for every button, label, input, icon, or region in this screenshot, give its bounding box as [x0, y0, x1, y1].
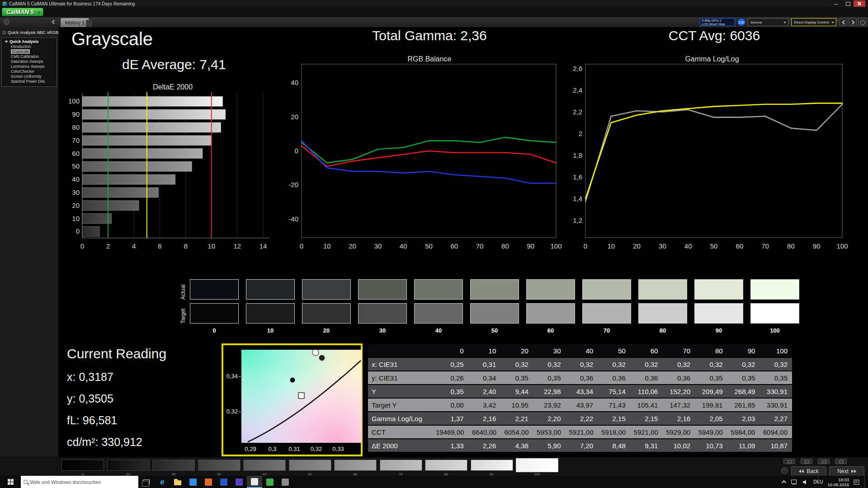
back-button[interactable]: Back	[791, 466, 826, 476]
tab-history-1[interactable]: History 1	[61, 18, 89, 27]
x-tick-label: 100	[550, 242, 561, 250]
level-swatch-60[interactable]	[334, 460, 377, 471]
calman-app-icon[interactable]	[247, 476, 262, 488]
level-swatch-30[interactable]	[198, 460, 241, 471]
menu-button[interactable]	[4, 19, 9, 25]
swatch-level-label: 100	[750, 327, 799, 334]
tab-stub[interactable]	[86, 20, 92, 27]
cie-x-tick: 0,31	[288, 446, 300, 452]
taskbar-clock[interactable]: 18:03 10.06.2016	[827, 477, 849, 487]
table-value: 2,15	[630, 415, 663, 422]
y-tick-label: 1,6	[573, 173, 582, 181]
swatch-column-60: 60	[526, 276, 575, 339]
sidebar-item-screen-uniformity[interactable]: Screen Uniformity	[3, 74, 57, 79]
edge-browser-icon[interactable]: e	[155, 476, 170, 488]
y-tick-label: -20	[288, 181, 298, 188]
table-value: 261,85	[727, 401, 760, 409]
capture-tool-icon[interactable]	[278, 476, 293, 488]
task-view-button[interactable]	[138, 476, 155, 488]
level-swatch-80[interactable]	[425, 460, 467, 471]
window-titlebar: CalMAN 5 CalMAN Ultimate for Business 17…	[0, 0, 868, 7]
actual-swatch-30	[358, 279, 407, 300]
target-swatch-50	[470, 303, 519, 324]
strip-tool-button-1[interactable]	[783, 459, 795, 464]
x-tick-label: 2	[106, 242, 110, 250]
strip-tool-button-4[interactable]	[835, 459, 847, 464]
tray-expand-icon[interactable]	[782, 480, 786, 485]
sidebar-item-grayscale[interactable]: Grayscale	[3, 49, 57, 54]
swatch-level-label: 20	[302, 327, 351, 334]
table-value: 43,34	[566, 388, 598, 395]
sidebar-item-cms-calibration[interactable]: CMS Calibration	[3, 54, 57, 59]
actual-row-label: Actual	[180, 279, 186, 300]
table-value: 19469,00	[436, 428, 469, 436]
help-button[interactable]	[858, 18, 866, 26]
task-view-icon	[143, 479, 150, 484]
actual-swatch-40	[414, 279, 463, 300]
strip-tool-button-3[interactable]	[818, 459, 830, 464]
column-header: 10	[468, 347, 501, 355]
next-button[interactable]: Next	[829, 466, 864, 476]
minimize-button[interactable]	[830, 0, 842, 7]
show-desktop-button[interactable]	[864, 476, 866, 488]
x-tick-label: 20	[633, 242, 641, 250]
strip-tool-button-2[interactable]	[801, 459, 812, 464]
forward-arrow-button[interactable]	[849, 18, 857, 26]
level-swatch-10[interactable]	[107, 460, 150, 471]
x-tick-label: 12	[233, 242, 241, 250]
taskbar-search[interactable]	[21, 476, 138, 488]
file-explorer-icon[interactable]	[170, 476, 185, 488]
table-value: 0,26	[436, 374, 468, 382]
target-swatch-30	[358, 303, 407, 324]
table-header-row: 0102030405060708090100	[368, 344, 792, 357]
back-arrow-button[interactable]	[839, 18, 847, 26]
sidebar-item-saturation-sweeps[interactable]: Saturation Sweeps	[3, 59, 57, 64]
table-value: 2,27	[760, 415, 792, 422]
sidebar-item-introduction[interactable]: Introduction	[3, 44, 57, 49]
row-label: CCT	[368, 428, 436, 436]
collapse-sidebar-icon[interactable]	[52, 20, 57, 24]
swatch-level-label: 60	[526, 327, 575, 334]
table-value: 0,32	[630, 361, 663, 368]
language-indicator[interactable]: DEU	[813, 479, 823, 484]
speaker-icon[interactable]	[802, 479, 809, 485]
level-swatch-40[interactable]	[243, 460, 286, 471]
source-selector[interactable]: Source	[748, 18, 788, 26]
sidebar-root[interactable]: Quick Analysis	[3, 39, 57, 44]
start-button[interactable]	[0, 476, 21, 488]
level-swatch-100[interactable]	[516, 458, 558, 472]
windows-logo-icon	[8, 479, 14, 485]
app-orange-icon[interactable]	[201, 476, 216, 488]
sidebar-item-spectral-power-dist[interactable]: Spectral Power Dist.	[3, 79, 57, 84]
level-swatch-50[interactable]	[289, 460, 331, 471]
app-blue-icon[interactable]	[216, 476, 231, 488]
sidebar-item-luminance-sweeps[interactable]: Luminance Sweeps	[3, 64, 57, 69]
action-center-icon[interactable]	[854, 479, 860, 485]
level-swatch-0[interactable]	[61, 460, 104, 471]
table-value: 9,31	[630, 442, 663, 450]
app-green-icon[interactable]	[262, 476, 278, 488]
display-control-selector[interactable]: Direct Display Control	[791, 18, 836, 26]
rgb-balance-chart: 40200-20-400102030405060708090100	[285, 59, 565, 256]
tab-label: History 1	[65, 20, 85, 25]
level-swatch-90[interactable]	[471, 460, 513, 471]
level-swatch-70[interactable]	[380, 460, 422, 471]
network-icon[interactable]	[791, 479, 798, 485]
cursor-ring-icon	[312, 350, 319, 356]
swatch-level-label: 10	[246, 327, 295, 334]
swatch-column-50: 50	[470, 276, 519, 339]
chevron-down-icon	[831, 22, 834, 23]
calman-logo[interactable]: CalMAN 5	[2, 8, 43, 16]
store-icon[interactable]	[185, 476, 201, 488]
table-value: 0,32	[662, 361, 695, 368]
level-swatch-20[interactable]	[152, 460, 195, 471]
search-input[interactable]	[30, 479, 125, 485]
media-player-icon[interactable]	[231, 476, 247, 488]
nav-dot-button[interactable]	[781, 467, 788, 474]
meter-selector[interactable]: X-Rite i1Pro 2 LCD Direct View	[700, 18, 735, 26]
close-button[interactable]	[854, 0, 865, 7]
sidebar-item-colorchecker[interactable]: ColorChecker	[3, 69, 57, 74]
swatch-level-label: 40	[414, 327, 463, 334]
maximize-button[interactable]	[842, 0, 854, 7]
next-label: Next	[837, 468, 849, 474]
